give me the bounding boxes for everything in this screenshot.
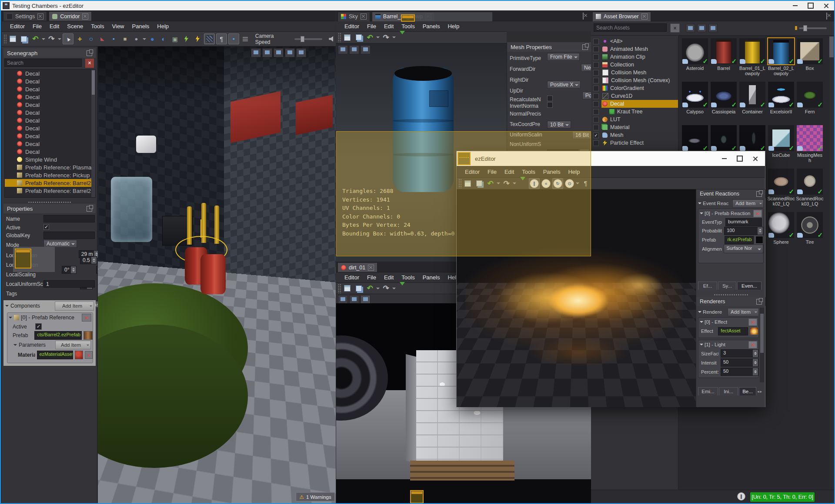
collapse-icon[interactable] — [700, 321, 703, 325]
prefab-asset-field[interactable]: cts/Barrel2.ezPrefab — [34, 331, 81, 340]
tab-asset-browser[interactable]: Asset Browser — [592, 12, 651, 21]
transform-asset-button[interactable] — [397, 283, 407, 293]
type-filter-checkbox[interactable] — [593, 62, 599, 68]
collapse-icon[interactable] — [13, 344, 17, 348]
menu-item[interactable]: Help — [153, 22, 173, 30]
export-scene-button[interactable] — [181, 34, 191, 44]
play-scene-button[interactable] — [147, 34, 157, 44]
viewport-window-icon[interactable] — [262, 48, 272, 57]
redo-button[interactable] — [47, 34, 57, 44]
clear-search-icon[interactable] — [85, 59, 94, 68]
asset-tile[interactable]: ScannedRock02_LQ — [767, 169, 795, 211]
close-panel-icon[interactable] — [583, 13, 584, 20]
asset-tile[interactable]: Barrel — [709, 38, 738, 80]
sizefactor-spinner[interactable]: 3 — [721, 349, 758, 358]
mesh-properties-header[interactable]: Mesh Properties — [507, 42, 591, 52]
scenegraph-node[interactable]: Prefab Reference: Plasma_S — [5, 163, 95, 171]
renderers-scrollbar[interactable] — [760, 308, 764, 382]
thumbnail-size-slider-thumb[interactable] — [803, 25, 807, 31]
save-button[interactable] — [342, 33, 352, 43]
toolbar-grip[interactable] — [3, 34, 7, 44]
scenegraph-node[interactable]: Prefab Reference: Barrel2 — [5, 179, 95, 187]
speaker-icon[interactable] — [329, 36, 336, 42]
menu-item[interactable]: Editor — [341, 273, 363, 282]
menu-item[interactable]: Editor — [341, 22, 363, 30]
menu-item[interactable]: Edit — [380, 22, 397, 30]
asset-type-row[interactable]: Material — [591, 123, 678, 131]
tab-system[interactable]: Sy... — [718, 282, 736, 290]
scrollbar-thumb[interactable] — [92, 70, 95, 95]
play-the-game-button[interactable] — [170, 34, 180, 44]
collapse-icon[interactable] — [700, 212, 703, 216]
remove-parameter-button[interactable] — [85, 351, 93, 359]
redo-button[interactable] — [381, 283, 391, 293]
normalprecision-dropdown[interactable]: 10 Bit — [547, 121, 571, 129]
save-button[interactable] — [8, 34, 18, 44]
add-renderer-button[interactable]: Add Item — [728, 308, 759, 316]
invertnormals-checkbox[interactable] — [547, 102, 553, 108]
tab-effect[interactable]: Ef... — [698, 282, 717, 290]
event-reactions-header[interactable]: Event Reactions — [696, 189, 765, 198]
close-button[interactable] — [748, 154, 763, 163]
scenegraph-node[interactable]: Prefab Reference: Barrel2 — [5, 187, 95, 195]
scenegraph-node[interactable]: Simple Wind — [5, 156, 95, 163]
asset-tile[interactable]: Fern — [795, 82, 824, 124]
redo-dropdown-icon[interactable] — [392, 288, 396, 291]
tab-scroll-left-icon[interactable]: ◂ — [757, 389, 759, 394]
menu-item[interactable]: Edit — [380, 273, 397, 282]
thumbnail-size-slider[interactable] — [799, 27, 827, 29]
tab-emitter[interactable]: Emi... — [698, 387, 718, 395]
world-space-button[interactable] — [131, 34, 141, 44]
globalkey-field[interactable] — [43, 232, 95, 239]
viewport-screenshot-icon[interactable] — [296, 48, 306, 57]
viewport-export-icon[interactable] — [349, 295, 359, 304]
camera-speed-slider-thumb[interactable] — [301, 36, 304, 42]
save-all-button[interactable] — [354, 283, 364, 293]
undo-dropdown-icon[interactable] — [376, 36, 380, 40]
redo-dropdown-icon[interactable] — [58, 38, 61, 42]
panel-splitter[interactable] — [28, 201, 71, 203]
asset-type-row[interactable]: Animated Mesh — [591, 45, 678, 53]
asset-type-row[interactable]: Collision Mesh (Convex) — [591, 76, 678, 84]
position-z-spinner[interactable]: 0.5 — [80, 256, 97, 264]
snap-settings-button[interactable] — [120, 34, 130, 44]
add-parameter-button[interactable]: Add Item — [55, 341, 91, 349]
asset-type-row[interactable]: Collection — [591, 61, 678, 69]
asset-tile[interactable]: MissingMesh — [795, 125, 824, 167]
float-panel-icon[interactable] — [87, 206, 92, 212]
redo-dropdown-icon[interactable] — [392, 36, 396, 40]
percentage-spinner[interactable]: 50 — [721, 368, 758, 376]
renderers-header[interactable]: Renderers — [696, 297, 765, 306]
list-view-icon[interactable] — [708, 24, 718, 32]
menu-item[interactable]: Editor — [6, 22, 29, 30]
asset-tile[interactable]: Box — [795, 38, 824, 80]
viewport-window-icon[interactable] — [338, 295, 348, 304]
tab-initializer[interactable]: Ini... — [719, 387, 738, 395]
remove-reaction-button[interactable] — [753, 210, 762, 217]
scenegraph-node[interactable]: Decal — [5, 93, 95, 101]
scenegraph-node[interactable]: Decal — [5, 132, 95, 140]
asset-type-row[interactable]: LUT — [591, 116, 678, 123]
asset-search-input[interactable] — [594, 23, 667, 32]
pause-log-icon[interactable] — [737, 492, 745, 501]
rotation-x-spinner[interactable]: 0° — [62, 266, 76, 274]
eventtype-field[interactable]: burnmark — [725, 218, 762, 226]
effect-asset-field[interactable]: fectAsset — [718, 327, 748, 335]
minimize-button[interactable] — [787, 1, 803, 10]
viewport-render-mode-icon[interactable] — [338, 45, 348, 54]
material-asset-field[interactable]: ezMaterialAsset — [37, 351, 73, 359]
remove-renderer-button[interactable] — [748, 318, 757, 326]
asset-tile[interactable]: Calypso — [681, 82, 709, 124]
type-filter-checkbox[interactable] — [593, 93, 599, 99]
uniform-scaling-field[interactable]: 1 — [43, 280, 95, 288]
menu-item[interactable]: View — [108, 22, 128, 30]
recalculatenormals-checkbox[interactable] — [547, 96, 553, 101]
shape-icons-button[interactable] — [228, 33, 239, 44]
type-filter-checkbox[interactable] — [593, 109, 599, 115]
close-panel-icon[interactable] — [826, 13, 827, 20]
camera-speed-slider[interactable] — [294, 38, 323, 40]
undo-button[interactable] — [365, 283, 375, 293]
rotate-gizmo-button[interactable] — [86, 34, 96, 44]
close-tab-icon[interactable] — [37, 13, 43, 20]
menu-item[interactable]: File — [29, 22, 46, 30]
